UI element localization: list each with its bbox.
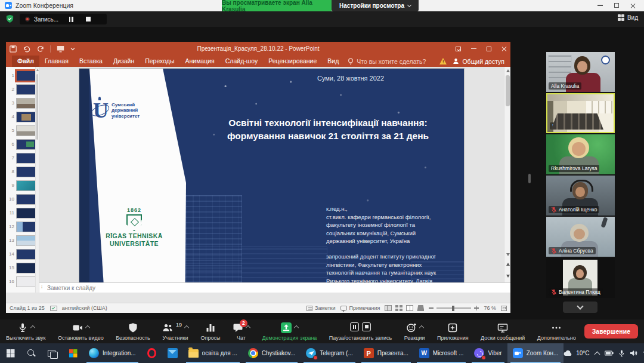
toolbar-boards-button[interactable]: Доски сообщений	[481, 322, 525, 341]
slide-thumbnail-12[interactable]: 12	[7, 220, 39, 233]
slide-thumbnail-13[interactable]: 13	[7, 233, 39, 247]
ribbon-tab-8[interactable]: Вид	[322, 56, 344, 67]
toolbar-apps-button[interactable]: Приложения	[437, 322, 469, 341]
participant-tile-4[interactable]: Аліна Сбруєва	[546, 217, 615, 257]
thumbnail-scrollbar[interactable]	[35, 67, 39, 293]
view-button[interactable]: Вид	[618, 14, 638, 21]
zoom-out-button[interactable]	[429, 307, 434, 309]
taskbar-viber[interactable]: Viber	[469, 343, 507, 363]
language-indicator[interactable]: английский (США)	[62, 305, 107, 311]
chevron-up-icon[interactable]	[294, 325, 299, 330]
participant-tile-0[interactable]: Alla Krasulia	[546, 52, 615, 92]
ribbon-tab-1[interactable]: Главная	[39, 56, 74, 67]
toolbar-share-button[interactable]: Демонстрация экрана	[262, 322, 317, 341]
weather-widget[interactable]: 10°C	[564, 350, 589, 356]
slide-thumbnail-11[interactable]: 11	[7, 206, 39, 220]
taskbar-zoom[interactable]: Zoom Кон...	[507, 343, 564, 363]
participant-tile-3[interactable]: Анатолій Іщенко	[546, 176, 615, 216]
reading-view-button[interactable]	[406, 305, 413, 311]
taskbar-search[interactable]	[21, 343, 42, 363]
ribbon-display-options-icon[interactable]	[456, 47, 461, 51]
microphone-tray-icon[interactable]	[619, 350, 624, 357]
security-shield-icon[interactable]	[5, 14, 14, 23]
toolbar-participants-button[interactable]: 19Участники	[162, 322, 188, 341]
scrollbar-thumb[interactable]	[506, 75, 510, 106]
toolbar-pause-stop-button[interactable]: Пауза/остановить запись	[329, 322, 392, 341]
slide-thumbnail-6[interactable]: 6	[7, 137, 39, 151]
toolbar-reactions-button[interactable]: Реакции	[404, 322, 425, 341]
more-participants-button[interactable]	[563, 302, 597, 313]
slide-thumbnail-1[interactable]: 1	[7, 69, 39, 82]
toolbar-mic-button[interactable]: Выключить звук	[6, 322, 46, 341]
slide-sorter-view-button[interactable]	[395, 305, 402, 311]
taskbar-chrome[interactable]: Chystiakov...	[243, 343, 301, 363]
ppt-minimize-button[interactable]	[471, 48, 476, 49]
next-slide-button[interactable]	[506, 275, 510, 278]
slide-thumbnail-8[interactable]: 8	[7, 165, 39, 179]
taskbar-word[interactable]: Microsoft ...	[414, 343, 469, 363]
close-button[interactable]	[630, 3, 636, 8]
slide-thumbnail-7[interactable]: 7	[7, 151, 39, 165]
ribbon-tab-0[interactable]: Файл	[12, 56, 39, 67]
chevron-up-icon[interactable]	[85, 325, 90, 330]
ribbon-tab-7[interactable]: Рецензирование	[263, 56, 322, 67]
zoom-slider[interactable]	[436, 307, 471, 309]
undo-icon[interactable]	[23, 45, 31, 53]
chevron-up-icon[interactable]	[30, 325, 35, 330]
slide-scrollbar[interactable]	[504, 67, 510, 282]
comments-toggle[interactable]: Примечания	[340, 305, 380, 311]
ribbon-tab-2[interactable]: Вставка	[74, 56, 108, 67]
redo-icon[interactable]	[37, 45, 44, 53]
chevron-up-icon[interactable]	[184, 325, 189, 330]
end-meeting-button[interactable]: Завершение	[584, 324, 638, 339]
maximize-button[interactable]	[614, 3, 619, 8]
taskbar-mail[interactable]	[162, 343, 183, 363]
slide-thumbnail-2[interactable]: 2	[7, 82, 39, 96]
taskbar-store[interactable]	[63, 343, 83, 363]
slide-thumbnail-14[interactable]: 14	[7, 247, 39, 261]
slide-canvas[interactable]: U Сумський державний університет 1862 RĪ…	[79, 69, 464, 282]
volume-icon[interactable]	[630, 350, 637, 356]
qat-customize-icon[interactable]	[70, 47, 75, 51]
tell-me-box[interactable]: Что вы хотите сделать?	[348, 58, 426, 65]
toolbar-polls-button[interactable]: Опросы	[201, 322, 221, 341]
minimize-button[interactable]	[597, 5, 603, 5]
notes-pane[interactable]: ⁞ Заметки к слайду	[39, 282, 510, 293]
battery-icon[interactable]	[605, 350, 614, 356]
taskbar-task-view[interactable]	[42, 343, 63, 363]
participant-tile-1[interactable]: Irina Chystiakova	[546, 93, 615, 133]
slide-thumbnail-16[interactable]: 16	[7, 275, 39, 288]
save-icon[interactable]	[10, 45, 17, 53]
toolbar-more-button[interactable]: Дополнительно	[537, 322, 576, 341]
share-button[interactable]: Общий доступ	[453, 58, 504, 65]
taskbar-folder[interactable]: освіта для ...	[183, 343, 243, 363]
stop-recording-button[interactable]	[83, 16, 93, 23]
slide-thumbnail-3[interactable]: 3	[7, 96, 39, 110]
view-settings-dropdown[interactable]: Настройки просмотра	[332, 0, 419, 11]
slide-thumbnail-10[interactable]: 10	[7, 192, 39, 206]
start-slideshow-icon[interactable]	[57, 45, 64, 53]
toolbar-shield-button[interactable]: Безопасность	[116, 322, 150, 341]
previous-slide-button[interactable]	[506, 263, 510, 266]
slide-thumbnail-5[interactable]: 5	[7, 124, 39, 137]
taskbar-opera[interactable]	[141, 343, 162, 363]
notes-toggle[interactable]: Заметки	[306, 305, 335, 311]
pause-recording-button[interactable]	[66, 16, 76, 23]
spellcheck-icon[interactable]	[50, 305, 57, 311]
ribbon-tab-5[interactable]: Анимация	[179, 56, 219, 67]
zoom-percentage[interactable]: 76 %	[484, 305, 496, 311]
taskbar-powerpoint[interactable]: Презента...	[358, 343, 414, 363]
ribbon-tab-4[interactable]: Переходы	[140, 56, 179, 67]
toolbar-video-button[interactable]: Остановить видео	[58, 322, 104, 341]
taskbar-telegram[interactable]: Telegram (...	[301, 343, 358, 363]
ppt-restore-button[interactable]	[487, 47, 491, 51]
ppt-close-button[interactable]	[501, 46, 507, 51]
participant-tile-5[interactable]: Валентина Плющ	[546, 258, 615, 298]
panel-divider-handle[interactable]	[528, 174, 531, 183]
normal-view-button[interactable]	[385, 305, 392, 311]
taskbar-edge[interactable]: Integration...	[83, 343, 141, 363]
fit-slide-button[interactable]	[501, 306, 507, 311]
participant-tile-2[interactable]: Rkushmirova Larysa	[546, 134, 615, 174]
slide-thumbnail-9[interactable]: 9	[7, 179, 39, 192]
ribbon-tab-6[interactable]: Слайд-шоу	[220, 56, 263, 67]
